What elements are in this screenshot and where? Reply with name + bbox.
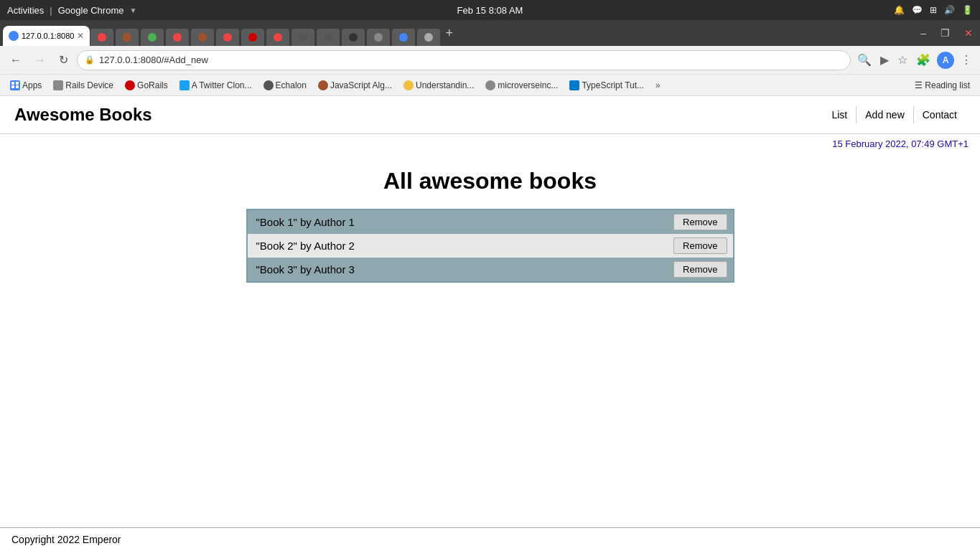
mini-tab-12[interactable]: [367, 29, 390, 46]
gorails-icon: [125, 80, 135, 90]
bookmark-twitter-clone-label: A Twitter Clon...: [192, 80, 252, 90]
battery-icon[interactable]: 🔋: [962, 5, 973, 15]
bookmark-js-algo-label: JavaScript Alg...: [330, 80, 392, 90]
app-header: Awesome Books List Add new Contact: [0, 96, 980, 134]
bookmarks-bar: Apps Rails Device GoRails A Twitter Clon…: [0, 75, 980, 96]
nav-icons-right: 🔍 ▶ ☆ 🧩 A ⋮: [855, 51, 974, 69]
book-cell: "Book 3" by Author 3: [247, 258, 662, 282]
nav-list-link[interactable]: List: [823, 106, 857, 123]
other-tabs: [90, 20, 441, 46]
new-tab-button[interactable]: +: [445, 26, 453, 41]
bookmark-microverse-label: microverseinc...: [498, 80, 558, 90]
lock-icon: 🔒: [85, 55, 95, 65]
remove-cell: Remove: [662, 258, 734, 282]
app-nav: List Add new Contact: [823, 106, 966, 123]
menu-icon[interactable]: ⋮: [958, 51, 974, 69]
nav-add-new-link[interactable]: Add new: [857, 106, 913, 123]
rails-device-icon: [53, 80, 63, 90]
bookmark-echalon[interactable]: Echalon: [259, 79, 311, 92]
bookmark-rails-device-label: Rails Device: [65, 80, 113, 90]
table-row: "Book 1" by Author 1Remove: [247, 209, 734, 234]
main-content: All awesome books "Book 1" by Author 1Re…: [0, 154, 980, 297]
mini-tab-11[interactable]: [342, 29, 365, 46]
mini-tab-2[interactable]: [116, 29, 139, 46]
active-tab[interactable]: 127.0.0.1:8080 ✕: [3, 26, 90, 46]
chat-icon[interactable]: 💬: [912, 5, 923, 15]
bookmark-echalon-label: Echalon: [276, 80, 307, 90]
bookmark-star-icon[interactable]: ☆: [895, 51, 910, 69]
apps-bookmark-icon: [10, 80, 20, 90]
reload-button[interactable]: ↻: [55, 50, 73, 70]
datetime: Feb 15 8:08 AM: [457, 5, 523, 16]
mini-tab-7[interactable]: [241, 29, 264, 46]
mini-tab-13[interactable]: [392, 29, 415, 46]
tab-close-icon[interactable]: ✕: [77, 31, 84, 41]
remove-cell: Remove: [662, 234, 734, 258]
activities-label[interactable]: Activities: [7, 5, 44, 16]
mini-tab-14[interactable]: [417, 29, 440, 46]
nav-contact-link[interactable]: Contact: [914, 106, 966, 123]
profile-avatar[interactable]: A: [937, 52, 954, 69]
mini-tab-6[interactable]: [216, 29, 239, 46]
book-cell: "Book 1" by Author 1: [247, 209, 662, 234]
reading-list-icon: ☰: [915, 80, 923, 90]
js-algo-icon: [318, 80, 328, 90]
forward-button[interactable]: →: [30, 51, 50, 70]
cast-icon[interactable]: ▶: [878, 51, 891, 69]
page-heading: All awesome books: [14, 168, 966, 194]
typescript-icon: [569, 80, 579, 90]
bookmark-apps[interactable]: Apps: [6, 79, 46, 92]
bookmark-understanding-label: Understandin...: [416, 80, 474, 90]
table-row: "Book 3" by Author 3Remove: [247, 258, 734, 282]
bookmarks-more-button[interactable]: »: [651, 79, 665, 92]
echalon-icon: [263, 80, 274, 90]
tab-title: 127.0.0.1:8080: [22, 32, 74, 40]
remove-button[interactable]: Remove: [673, 261, 727, 278]
mini-tab-5[interactable]: [191, 29, 214, 46]
volume-icon[interactable]: 🔊: [944, 5, 955, 15]
books-table: "Book 1" by Author 1Remove"Book 2" by Au…: [246, 209, 734, 283]
remove-button[interactable]: Remove: [673, 214, 727, 230]
close-button[interactable]: ✕: [960, 26, 977, 40]
bookmark-js-algo[interactable]: JavaScript Alg...: [314, 79, 396, 92]
microverse-icon: [485, 80, 495, 90]
bookmark-rails-device[interactable]: Rails Device: [49, 79, 118, 92]
minimize-button[interactable]: –: [916, 26, 930, 40]
chrome-nav-bar: ← → ↻ 🔒 127.0.0.1:8080/#Add_new 🔍 ▶ ☆ 🧩 …: [0, 46, 980, 75]
timestamp: 15 February 2022, 07:49 GMT+1: [0, 134, 980, 154]
bookmark-microverse[interactable]: microverseinc...: [481, 79, 562, 92]
bookmark-gorails-label: GoRails: [137, 80, 168, 90]
bookmark-typescript-label: TypeScript Tut...: [582, 80, 644, 90]
reading-list-button[interactable]: ☰ Reading list: [910, 79, 974, 92]
understanding-icon: [403, 80, 414, 90]
tab-favicon: [9, 31, 19, 41]
remove-cell: Remove: [662, 209, 734, 234]
maximize-button[interactable]: ❐: [936, 26, 954, 40]
mini-tab-10[interactable]: [317, 29, 340, 46]
bookmark-typescript[interactable]: TypeScript Tut...: [565, 79, 648, 92]
mini-tab-8[interactable]: [266, 29, 289, 46]
os-bar: Activities | Google Chrome ▼ Feb 15 8:08…: [0, 0, 980, 20]
reading-list-label: Reading list: [925, 80, 970, 90]
search-icon[interactable]: 🔍: [855, 51, 874, 69]
mini-tab-3[interactable]: [141, 29, 164, 46]
address-bar[interactable]: 🔒 127.0.0.1:8080/#Add_new: [77, 50, 851, 70]
notification-icon[interactable]: 🔔: [894, 5, 905, 15]
app-title: Awesome Books: [14, 105, 152, 125]
mini-tab-1[interactable]: [90, 29, 113, 46]
browser-label[interactable]: Google Chrome: [58, 5, 124, 16]
mini-tab-4[interactable]: [166, 29, 189, 46]
extensions-icon[interactable]: 🧩: [914, 51, 933, 69]
bookmark-gorails[interactable]: GoRails: [121, 79, 172, 92]
url-text: 127.0.0.1:8080/#Add_new: [99, 55, 208, 65]
window-controls: – ❐ ✕: [916, 26, 977, 40]
back-button[interactable]: ←: [6, 51, 26, 70]
table-row: "Book 2" by Author 2Remove: [247, 234, 734, 258]
bookmark-twitter-clone[interactable]: A Twitter Clon...: [175, 79, 256, 92]
bookmark-understanding[interactable]: Understandin...: [399, 79, 478, 92]
book-cell: "Book 2" by Author 2: [247, 234, 662, 258]
remove-button[interactable]: Remove: [673, 237, 727, 254]
chrome-tab-bar: 127.0.0.1:8080 ✕ + – ❐ ✕: [0, 20, 980, 46]
mini-tab-9[interactable]: [291, 29, 314, 46]
network-icon[interactable]: ⊞: [930, 5, 937, 15]
